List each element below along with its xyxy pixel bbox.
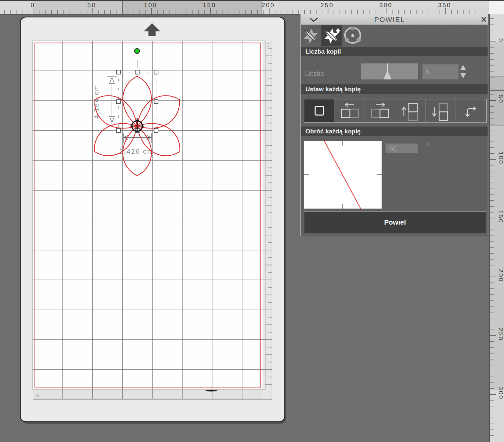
svg-text:50: 50 [497,95,504,104]
svg-text:4,184 cm: 4,184 cm [92,84,100,119]
svg-text:a: a [268,44,269,47]
svg-text:300: 300 [497,386,504,400]
svg-text:200: 200 [261,2,275,8]
svg-text:250: 250 [320,2,334,8]
svg-text:300: 300 [379,2,393,8]
svg-text:200: 200 [497,269,504,282]
svg-text:150: 150 [497,210,504,224]
svg-text:100: 100 [497,151,504,165]
svg-text:0: 0 [31,2,35,8]
svg-text:0: 0 [497,38,504,43]
svg-text:50: 50 [87,2,96,8]
svg-text:100: 100 [144,2,157,8]
svg-text:150: 150 [203,2,216,8]
svg-text:12: 12 [36,394,40,397]
svg-text:350: 350 [438,2,451,8]
svg-text:250: 250 [497,328,504,341]
